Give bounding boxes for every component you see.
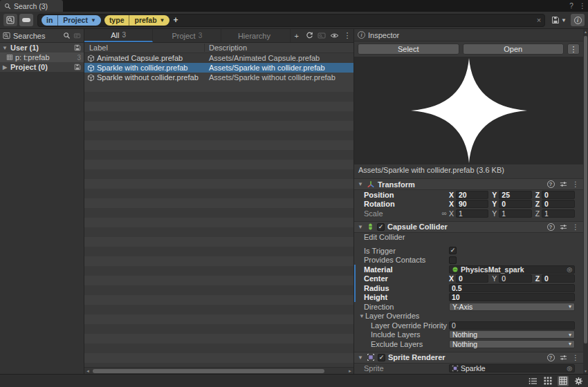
layer-overrides-foldout[interactable]: ▼ Layer Overrides [354,312,583,321]
list-view-icon[interactable] [527,376,538,386]
clear-search-icon[interactable]: × [537,16,541,24]
edit-collider-label[interactable]: Edit Collider [364,233,449,241]
empty-row[interactable] [84,314,353,324]
sync-scene-icon[interactable] [315,29,328,42]
refresh-icon[interactable] [303,29,315,42]
help-icon[interactable]: ? [547,180,555,188]
link-scale-icon[interactable]: ∞ [439,209,449,217]
empty-row[interactable] [84,160,353,169]
filter-key[interactable]: in [42,15,57,26]
layer-override-priority-field[interactable]: 0 [449,321,575,330]
help-icon[interactable]: ? [566,2,577,10]
component-menu-icon[interactable]: ⋮ [571,223,580,231]
empty-row[interactable] [84,353,353,363]
foldout-closed-icon[interactable]: ▶ [1,64,8,70]
filter-pill-area[interactable]: in Project▼ [42,15,101,26]
radius-field[interactable]: 0.5 [449,284,575,292]
toggle-details-button[interactable]: i [571,14,585,26]
result-row[interactable]: Sparkle without collider.prefab Assets/S… [84,73,353,82]
empty-row[interactable] [84,256,353,266]
sort-searches-icon[interactable] [73,32,81,39]
filter-pill-type[interactable]: type prefab▼ [104,15,170,26]
search-icon[interactable] [63,32,71,39]
tab-all[interactable]: All3 [84,29,153,42]
exclude-layers-dropdown[interactable]: Nothing [449,340,575,348]
result-row-selected[interactable]: Sparkle with collider.prefab Assets/Spar… [84,63,353,73]
window-menu-icon[interactable]: ⋮ [577,2,588,10]
open-in-inspector-button[interactable] [3,14,17,26]
add-filter-button[interactable]: + [173,15,178,25]
scroll-left-icon[interactable]: ◄ [84,369,91,373]
column-description[interactable]: Description [205,44,353,52]
scale-y-field[interactable]: 1 [499,209,531,218]
position-y-field[interactable]: 25 [499,191,531,199]
sidebar-item-user-group[interactable]: ▼ User (1) [0,43,84,53]
empty-row[interactable] [84,131,353,140]
presets-icon[interactable] [558,180,568,188]
help-icon[interactable]: ? [547,223,555,231]
help-icon[interactable]: ? [547,354,555,361]
filter-value-dropdown[interactable]: prefab▼ [129,15,169,26]
scale-x-field[interactable]: 1 [456,209,488,218]
empty-row[interactable] [84,227,353,237]
column-label[interactable]: Label [84,44,205,52]
empty-row[interactable] [84,266,353,276]
rotation-y-field[interactable]: 0 [499,200,531,208]
height-field[interactable]: 10 [449,293,575,301]
scale-z-field[interactable]: 1 [542,209,575,218]
empty-row[interactable] [84,305,353,314]
empty-row[interactable] [84,92,353,102]
object-picker-icon[interactable]: ◎ [567,266,572,273]
vertical-scrollbar[interactable]: ▲ ▼ [583,29,588,374]
save-search-button[interactable]: ▼ [549,14,569,26]
transform-component-header[interactable]: ▼ Transform ? ⋮ [354,178,583,190]
position-z-field[interactable]: 0 [542,191,575,199]
presets-icon[interactable] [558,354,568,361]
rotation-z-field[interactable]: 0 [542,200,575,208]
component-enabled-checkbox[interactable]: ✓ [378,354,385,361]
include-layers-dropdown[interactable]: Nothing [449,330,575,339]
empty-row[interactable] [84,140,353,150]
foldout-open-icon[interactable]: ▼ [1,45,8,51]
add-column-button[interactable]: + [291,29,303,42]
save-icon[interactable] [74,44,81,51]
select-button[interactable]: Select [358,44,459,55]
sidebar-item-saved-query[interactable]: p: t:prefab 3 [0,53,84,62]
empty-row[interactable] [84,208,353,218]
foldout-open-icon[interactable]: ▼ [358,313,365,319]
direction-dropdown[interactable]: Y-Axis [449,303,575,311]
empty-row[interactable] [84,295,353,305]
save-icon[interactable] [74,64,81,70]
scrollbar-thumb[interactable] [584,36,587,343]
filter-key[interactable]: type [104,15,129,26]
settings-gear-icon[interactable] [573,376,584,386]
component-menu-icon[interactable]: ⋮ [571,354,580,361]
rotation-x-field[interactable]: 90 [456,200,488,208]
scrollbar-thumb[interactable] [93,369,324,373]
presets-icon[interactable] [558,223,568,231]
empty-row[interactable] [84,237,353,247]
empty-row[interactable] [84,324,353,334]
foldout-open-icon[interactable]: ▼ [357,224,364,230]
inspector-menu-button[interactable]: ⋮ [567,44,580,55]
table-view-icon[interactable] [558,376,569,386]
empty-row[interactable] [84,82,353,92]
tab-project[interactable]: Project3 [153,29,221,42]
empty-row[interactable] [84,102,353,111]
empty-row[interactable] [84,276,353,285]
search-query-field[interactable]: in Project▼ type prefab▼ + × [37,14,545,27]
sprite-object-field[interactable]: Sparkle ◎ [449,364,575,372]
query-builder-toggle[interactable] [19,14,33,26]
center-z-field[interactable]: 0 [542,274,575,283]
center-y-field[interactable]: 0 [499,274,531,283]
empty-row[interactable] [84,218,353,227]
empty-row[interactable] [84,285,353,295]
center-x-field[interactable]: 0 [456,274,488,283]
empty-row[interactable] [84,150,353,160]
object-picker-icon[interactable]: ◎ [567,365,572,372]
component-enabled-checkbox[interactable]: ✓ [377,223,385,231]
empty-row[interactable] [84,198,353,208]
result-row[interactable]: Animated Capsule.prefab Assets/Animated … [84,53,353,63]
foldout-open-icon[interactable]: ▼ [357,181,364,187]
sidebar-item-project-group[interactable]: ▶ Project (0) [0,62,84,72]
